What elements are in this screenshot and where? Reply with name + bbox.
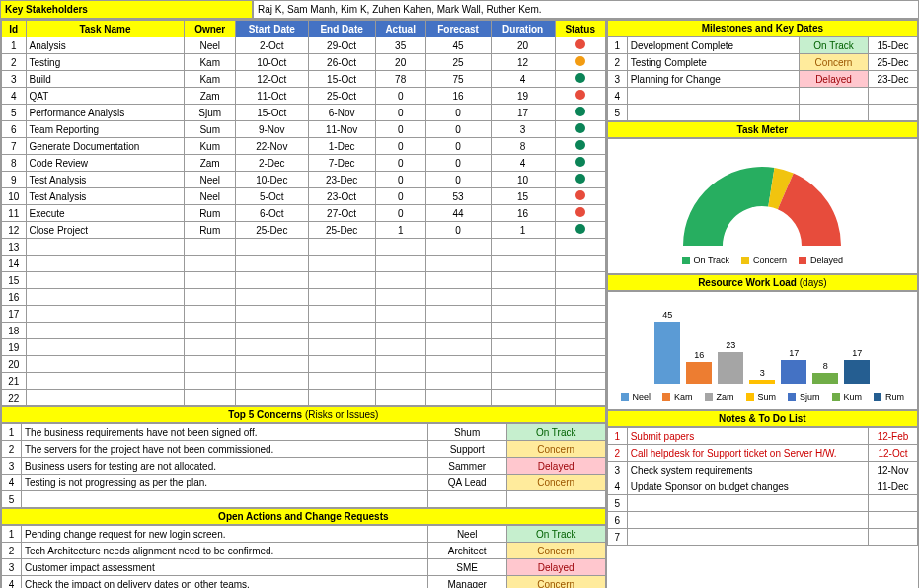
- table-row[interactable]: 16: [2, 289, 606, 306]
- status-dot-icon: [575, 174, 585, 184]
- legend-item: Sjum: [788, 392, 820, 402]
- status-dot-icon: [575, 123, 585, 133]
- bar: 3: [749, 368, 775, 384]
- stakeholder-label: Key Stakeholders: [0, 0, 253, 19]
- status-dot-icon: [575, 107, 585, 116]
- actions-table: 1Pending change request for new login sc…: [1, 525, 606, 588]
- status-dot-icon: [575, 39, 585, 49]
- table-row[interactable]: 13: [2, 239, 606, 256]
- table-row[interactable]: 11ExecuteRum6-Oct27-Oct04416: [2, 205, 606, 222]
- table-row[interactable]: 4QATZam11-Oct25-Oct01619: [2, 88, 606, 105]
- task-table: IdTask NameOwnerStart DateEnd DateActual…: [1, 20, 606, 406]
- concerns-table: 1The business requirements have not been…: [1, 423, 606, 508]
- table-row[interactable]: 6: [607, 512, 917, 529]
- legend-item: Sum: [746, 392, 777, 402]
- table-row[interactable]: 18: [2, 323, 606, 339]
- table-row[interactable]: 3Customer impact assessmentSMEDelayed: [2, 559, 606, 576]
- table-row[interactable]: 2The servers for the project have not be…: [2, 441, 606, 458]
- table-row[interactable]: 4Update Sponsor on budget changes11-Dec: [607, 478, 917, 495]
- status-dot-icon: [575, 140, 585, 150]
- workload-header: Resource Work Load (days): [607, 274, 918, 291]
- table-row[interactable]: 3Business users for testing are not allo…: [2, 458, 606, 475]
- task-meter-chart: On TrackConcernDelayed: [607, 138, 918, 274]
- table-row[interactable]: 5: [2, 491, 606, 508]
- stakeholder-row: Key Stakeholders Raj K, Sam Manh, Kim K,…: [0, 0, 919, 19]
- bar: 45: [654, 310, 680, 384]
- legend-item: On Track: [682, 256, 730, 265]
- table-row[interactable]: 3BuildKam12-Oct15-Oct78754: [2, 71, 606, 88]
- table-row[interactable]: 5: [607, 495, 917, 512]
- table-row[interactable]: 4Check the impact on delivery dates on o…: [2, 576, 606, 589]
- legend-item: Kam: [662, 392, 693, 402]
- status-dot-icon: [575, 224, 585, 234]
- legend-item: Kum: [832, 392, 863, 402]
- status-dot-icon: [575, 207, 585, 217]
- task-col-header: Owner: [185, 21, 236, 37]
- table-row[interactable]: 1AnalysisNeel2-Oct29-Oct354520: [2, 37, 606, 54]
- table-row[interactable]: 1The business requirements have not been…: [2, 424, 606, 441]
- workload-chart: 451623317817 NeelKamZamSumSjumKumRum: [607, 291, 918, 410]
- table-row[interactable]: 8Code ReviewZam2-Dec7-Dec004: [2, 155, 606, 172]
- status-dot-icon: [575, 157, 585, 167]
- notes-table: 1Submit papers12-Feb2Call helpdesk for S…: [607, 427, 918, 546]
- legend-item: Zam: [705, 392, 734, 402]
- table-row[interactable]: 2Call helpdesk for Support ticket on Ser…: [607, 445, 917, 462]
- status-dot-icon: [575, 190, 585, 200]
- table-row[interactable]: 6Team ReportingSum9-Nov11-Nov003: [2, 121, 606, 138]
- table-row[interactable]: 20: [2, 356, 606, 373]
- table-row[interactable]: 2Testing CompleteConcern25-Dec: [607, 54, 917, 71]
- table-row[interactable]: 5Performance AnalysisSjum15-Oct6-Nov0017: [2, 105, 606, 121]
- actions-header: Open Actions and Change Requests: [1, 508, 606, 525]
- table-row[interactable]: 15: [2, 272, 606, 289]
- table-row[interactable]: 4Testing is not progressing as per the p…: [2, 475, 606, 491]
- table-row[interactable]: 22: [2, 390, 606, 406]
- bar: 17: [844, 348, 870, 384]
- task-meter-header: Task Meter: [607, 121, 918, 138]
- bar: 17: [781, 348, 806, 384]
- task-col-header: Id: [2, 21, 27, 37]
- table-row[interactable]: 19: [2, 339, 606, 356]
- table-row[interactable]: 9Test AnalysisNeel10-Dec23-Dec0010: [2, 172, 606, 188]
- status-dot-icon: [575, 56, 585, 66]
- table-row[interactable]: 5: [607, 105, 917, 121]
- table-row[interactable]: 2TestingKam10-Oct26-Oct202512: [2, 54, 606, 71]
- task-col-header: End Date: [308, 21, 375, 37]
- table-row[interactable]: 10Test AnalysisNeel5-Oct23-Oct05315: [2, 188, 606, 205]
- legend-item: Concern: [741, 256, 787, 265]
- bar: 8: [812, 361, 838, 384]
- task-col-header: Forecast: [425, 21, 491, 37]
- notes-header: Notes & To Do List: [607, 410, 918, 427]
- milestone-table: 1Development CompleteOn Track15-Dec2Test…: [607, 37, 918, 121]
- table-row[interactable]: 2Tech Architecture needs alignment need …: [2, 543, 606, 559]
- table-row[interactable]: 7Generate DocumentationKum22-Nov1-Dec008: [2, 138, 606, 155]
- table-row[interactable]: 1Development CompleteOn Track15-Dec: [607, 37, 917, 54]
- task-col-header: Actual: [375, 21, 425, 37]
- legend-item: Rum: [874, 392, 904, 402]
- stakeholder-value[interactable]: Raj K, Sam Manh, Kim K, Zuhen Kahen, Mar…: [253, 0, 919, 19]
- table-row[interactable]: 4: [607, 88, 917, 105]
- table-row[interactable]: 12Close ProjectRum25-Dec25-Dec101: [2, 222, 606, 239]
- table-row[interactable]: 14: [2, 256, 606, 272]
- status-dot-icon: [575, 73, 585, 83]
- table-row[interactable]: 3Planning for ChangeDelayed23-Dec: [607, 71, 917, 88]
- table-row[interactable]: 7: [607, 529, 917, 546]
- status-dot-icon: [575, 90, 585, 100]
- task-col-header: Task Name: [26, 21, 185, 37]
- table-row[interactable]: 1Submit papers12-Feb: [607, 428, 917, 445]
- task-col-header: Status: [555, 21, 605, 37]
- table-row[interactable]: 21: [2, 373, 606, 390]
- bar: 23: [718, 340, 743, 384]
- table-row[interactable]: 3Check system requirements12-Nov: [607, 462, 917, 478]
- task-col-header: Start Date: [236, 21, 308, 37]
- task-col-header: Duration: [491, 21, 555, 37]
- milestones-header: Milestones and Key Dates: [607, 20, 918, 37]
- legend-item: Neel: [621, 392, 651, 402]
- legend-item: Delayed: [799, 256, 843, 265]
- concerns-header: Top 5 Concerns (Risks or Issues): [1, 406, 606, 423]
- table-row[interactable]: 17: [2, 306, 606, 323]
- bar: 16: [686, 350, 712, 384]
- table-row[interactable]: 1Pending change request for new login sc…: [2, 526, 606, 543]
